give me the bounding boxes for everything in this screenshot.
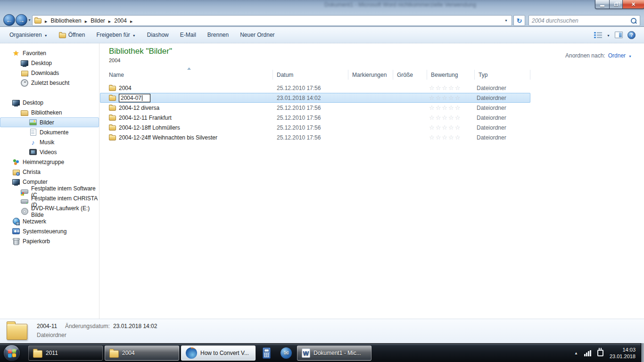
file-row-2004-12-18ff-lohm-llers[interactable]: 2004-12-18ff Lohmüllers 25.12.2010 17:56…	[100, 123, 530, 132]
sidebar-item-downloads[interactable]: Downloads	[0, 68, 99, 78]
organize-button[interactable]: Organisieren ▼	[0, 27, 53, 43]
rating-star-empty-icon: ☆	[436, 114, 442, 121]
file-name-cell[interactable]: 2004-12-24ff Weihnachten bis Silvester	[100, 134, 273, 141]
sidebar-item-heimnetzgruppe[interactable]: Heimnetzgruppe	[0, 157, 99, 167]
sidebar-item-bibliotheken[interactable]: Bibliotheken	[0, 107, 99, 117]
rating-star-empty-icon: ☆	[448, 134, 455, 141]
sidebar-item-favoriten[interactable]: Favoriten	[0, 48, 99, 58]
file-name-cell[interactable]: 2004-12 diversa	[100, 105, 273, 111]
rating-star-empty-icon: ☆	[429, 114, 436, 121]
arrange-by-control[interactable]: Anordnen nach: Ordner ▼	[565, 52, 632, 59]
crumb-separator-icon[interactable]: ▶	[130, 20, 132, 23]
share-button[interactable]: Freigeben für ▼	[91, 27, 141, 43]
file-row-2004-12-24ff-weihnachten-bis-silvester[interactable]: 2004-12-24ff Weihnachten bis Silvester 2…	[100, 132, 530, 142]
taskbar-button-2004[interactable]: 2004	[105, 346, 179, 361]
recent-pages-dropdown[interactable]: ▼	[28, 18, 31, 22]
file-name-cell[interactable]: 2004	[100, 85, 273, 91]
sidebar-item-christa[interactable]: Christa	[0, 167, 99, 177]
taskbar-clock[interactable]: 14:03 23.01.2018	[610, 346, 636, 360]
help-icon[interactable]: ?	[627, 31, 636, 39]
taskbar-button-thunderbird[interactable]: ✉	[277, 346, 295, 361]
search-input[interactable]: 2004 durchsuchen	[528, 15, 640, 26]
sidebar-item-systemsteuerung[interactable]: Systemsteuerung	[0, 226, 99, 236]
forward-button[interactable]: →	[16, 14, 27, 26]
network-signal-icon[interactable]	[584, 350, 591, 356]
column-header-name[interactable]: Name	[100, 70, 273, 80]
sidebar-item-zuletzt-besucht[interactable]: Zuletzt besucht	[0, 78, 99, 88]
column-header-groesse[interactable]: Größe	[393, 70, 427, 80]
search-placeholder: 2004 durchsuchen	[532, 17, 630, 24]
column-header-typ[interactable]: Typ	[475, 70, 530, 80]
crumb-separator-icon[interactable]: ▶	[108, 20, 111, 23]
details-modified-value: 23.01.2018 14:02	[113, 323, 157, 329]
arrange-by-value[interactable]: Ordner	[608, 52, 626, 59]
file-row-2004-07[interactable]: 2004-07 23.01.2018 14:02 ☆☆☆☆☆ Dateiordn…	[100, 93, 530, 103]
control-panel-icon	[12, 228, 20, 235]
rating-star-empty-icon: ☆	[455, 84, 462, 91]
email-button[interactable]: E-Mail	[174, 27, 202, 43]
sidebar-item-label: Bibliotheken	[31, 109, 62, 116]
sidebar-item-videos[interactable]: Videos	[0, 147, 99, 157]
file-name-cell[interactable]: 2004-07	[100, 94, 273, 102]
taskbar-button-how-to-convert-v[interactable]: How to Convert V...	[181, 346, 256, 361]
minimize-button[interactable]	[595, 0, 609, 9]
column-header-datum[interactable]: Datum	[273, 70, 348, 80]
file-row-2004-12-11-frankfurt[interactable]: 2004-12-11 Frankfurt 25.12.2010 17:56 ☆☆…	[100, 113, 530, 123]
start-button[interactable]	[4, 345, 20, 361]
details-modified-label: Änderungsdatum:	[65, 323, 110, 329]
sidebar-item-netzwerk[interactable]: Netzwerk	[0, 216, 99, 226]
sidebar-item-dvd-rw-laufwerk-e-bilde[interactable]: DVD-RW-Laufwerk (E:) Bilde	[0, 206, 99, 216]
breadcrumb-item-bibliotheken[interactable]: Bibliotheken	[50, 17, 81, 24]
rename-input[interactable]: 2004-07	[119, 94, 150, 102]
show-desktop-button[interactable]	[641, 343, 644, 362]
folder-down-icon	[21, 69, 28, 77]
recent-icon	[21, 79, 28, 87]
sidebar-item-musik[interactable]: Musik	[0, 137, 99, 147]
close-button[interactable]: ✕	[622, 0, 644, 9]
hdd-icon	[21, 198, 28, 206]
breadcrumb-folder-icon	[34, 18, 41, 24]
file-name-cell[interactable]: 2004-12-18ff Lohmüllers	[100, 124, 273, 131]
column-header-label: Typ	[479, 72, 487, 78]
address-history-dropdown[interactable]: ▼	[504, 19, 508, 22]
file-row-2004[interactable]: 2004 25.12.2010 17:56 ☆☆☆☆☆ Dateiordner	[100, 83, 530, 93]
column-header-markierungen[interactable]: Markierungen	[348, 70, 393, 80]
column-header-label: Name	[109, 72, 124, 78]
views-dropdown-icon[interactable]: ▼	[607, 34, 610, 37]
burn-button[interactable]: Brennen	[202, 27, 234, 43]
taskbar-button-dokument1-mic[interactable]: W Dokument1 - Mic...	[297, 346, 372, 361]
sidebar-item-papierkorb[interactable]: Papierkorb	[0, 236, 99, 246]
restore-button[interactable]	[609, 0, 622, 9]
sidebar-item-desktop[interactable]: Desktop	[0, 58, 99, 68]
file-row-2004-12-diversa[interactable]: 2004-12 diversa 25.12.2010 17:56 ☆☆☆☆☆ D…	[100, 103, 530, 113]
crumb-separator-icon[interactable]: ▶	[45, 20, 47, 23]
crumb-separator-icon[interactable]: ▶	[85, 20, 87, 23]
tray-expand-icon[interactable]: ▲	[574, 351, 578, 355]
refresh-button[interactable]: ↻	[513, 15, 525, 26]
slideshow-button[interactable]: Diashow	[141, 27, 174, 43]
sidebar-item-bilder[interactable]: Bilder	[0, 117, 99, 127]
open-button[interactable]: Öffnen	[53, 27, 91, 43]
preview-pane-icon[interactable]	[615, 32, 623, 38]
open-folder-icon	[59, 33, 66, 38]
disc-icon	[21, 208, 28, 215]
new-folder-button[interactable]: Neuer Ordner	[234, 27, 280, 43]
folder-icon	[33, 350, 42, 358]
file-name-cell[interactable]: 2004-12-11 Frankfurt	[100, 115, 273, 121]
taskbar-button-2011[interactable]: 2011	[28, 346, 103, 361]
sidebar-item-desktop[interactable]: Desktop	[0, 98, 99, 107]
back-button[interactable]: ←	[3, 14, 15, 26]
breadcrumb-item-2004[interactable]: 2004	[114, 17, 127, 24]
breadcrumb[interactable]: ▶Bibliotheken▶Bilder▶2004▶ ▼	[32, 15, 512, 26]
titlebar-glass: Dokument1 - Microsoft Word nichtkommerzi…	[0, 0, 644, 27]
change-view-icon[interactable]	[594, 32, 602, 38]
music-icon	[29, 139, 37, 146]
sidebar-item-label: Favoriten	[23, 50, 46, 57]
breadcrumb-item-bilder[interactable]: Bilder	[91, 17, 105, 24]
file-rating-cell: ☆☆☆☆☆	[427, 114, 475, 121]
safely-remove-hardware-icon[interactable]	[597, 350, 603, 356]
column-header-bewertung[interactable]: Bewertung	[427, 70, 475, 80]
sidebar-item-dokumente[interactable]: Dokumente	[0, 127, 99, 137]
taskbar-button-calculator[interactable]	[257, 346, 275, 361]
rating-star-empty-icon: ☆	[429, 124, 436, 131]
